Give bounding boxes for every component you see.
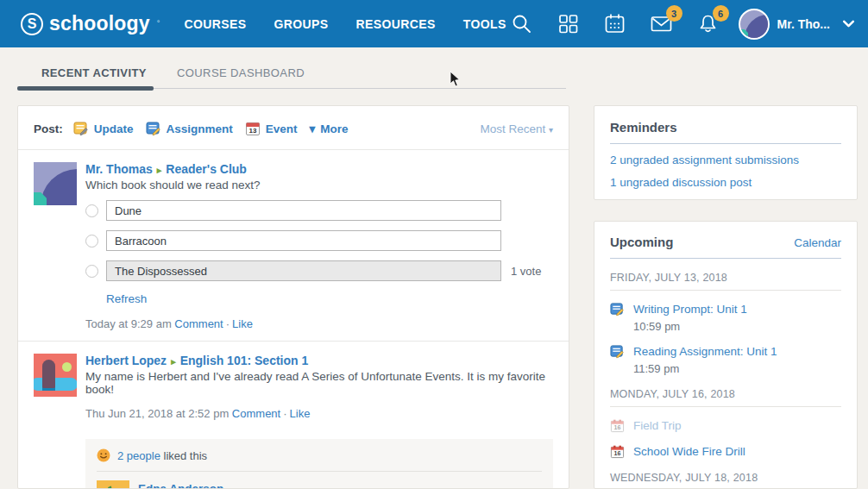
- post-more-label: More: [320, 122, 348, 135]
- poll-refresh-link[interactable]: Refresh: [106, 292, 147, 305]
- upcoming-event: Writing Prompt: Unit 1: [610, 302, 841, 317]
- post-assignment-label: Assignment: [167, 122, 233, 135]
- poll-radio[interactable]: [85, 235, 98, 248]
- upcoming-event: 16 Field Trip: [610, 418, 841, 433]
- nav-tools[interactable]: TOOLS: [463, 17, 506, 31]
- ungraded-assignments-link[interactable]: 2 ungraded assignment submissions: [610, 154, 841, 166]
- schoology-logo[interactable]: S schoology °: [21, 12, 160, 35]
- activity-tabs: RECENT ACTIVITY COURSE DASHBOARD: [17, 64, 566, 91]
- like-link[interactable]: Like: [290, 407, 311, 420]
- post-update-button[interactable]: Update: [73, 121, 134, 136]
- post-meta: Thu Jun 21, 2018 at 2:52 pm Comment·Like: [85, 407, 553, 420]
- smiley-icon: [97, 448, 110, 462]
- assignment-icon: [146, 121, 161, 136]
- post-update-label: Update: [94, 122, 134, 135]
- apps-grid-icon[interactable]: [557, 12, 580, 35]
- comment: Edna Anderson I've read it too, I LOVE I…: [97, 480, 542, 489]
- comment-link[interactable]: Comment: [174, 317, 223, 330]
- sort-dropdown[interactable]: Most Recent ▾: [480, 122, 553, 135]
- course-link[interactable]: English 101: Section 1: [180, 354, 309, 367]
- activity-feed-card: Post: Update Assignment 13 Event ▾ More …: [17, 105, 569, 489]
- poll-option-barracoon[interactable]: Barracoon: [106, 230, 501, 251]
- post-composer: Post: Update Assignment 13 Event ▾ More …: [18, 106, 569, 150]
- course-link[interactable]: Reader's Club: [166, 162, 247, 176]
- day-header: FRIDAY, JULY 13, 2018: [610, 272, 841, 284]
- primary-nav: COURSES GROUPS RESOURCES TOOLS: [184, 17, 506, 31]
- calendar-icon[interactable]: [603, 12, 626, 35]
- event-link[interactable]: School Wide Fire Drill: [633, 445, 745, 458]
- tab-recent-activity[interactable]: RECENT ACTIVITY: [41, 66, 147, 79]
- post-body-text: My name is Herbert and I've already read…: [85, 370, 553, 396]
- poll-option-dispossessed[interactable]: The Dispossessed: [106, 260, 501, 281]
- poll-radio[interactable]: [85, 204, 98, 217]
- likes-row: 2 people liked this: [97, 448, 542, 462]
- upcoming-card: Upcoming Calendar FRIDAY, JULY 13, 2018 …: [594, 221, 858, 489]
- event-link[interactable]: Writing Prompt: Unit 1: [633, 303, 747, 316]
- user-menu[interactable]: Mr. Tho...: [739, 9, 856, 40]
- divider: [610, 290, 841, 291]
- post-more-button[interactable]: ▾ More: [310, 122, 349, 135]
- active-tab-indicator: [17, 86, 154, 91]
- nav-courses[interactable]: COURSES: [184, 17, 246, 31]
- breadcrumb: Herbert Lopez▸English 101: Section 1: [85, 354, 553, 367]
- mr-thomas-avatar[interactable]: [34, 162, 77, 205]
- text-post: Herbert Lopez▸English 101: Section 1 My …: [18, 341, 569, 430]
- top-navbar: S schoology ° COURSES GROUPS RESOURCES T…: [0, 0, 868, 47]
- comments-section: 2 people liked this Edna Anderson I've r…: [85, 439, 553, 489]
- post-timestamp: Thu Jun 21, 2018 at 2:52 pm: [85, 407, 229, 420]
- poll-options: Dune Barracoon The Dispossessed 1 vote: [85, 200, 553, 281]
- event-time: 10:59 pm: [633, 320, 841, 333]
- poll-radio[interactable]: [85, 265, 98, 278]
- brand-name: schoology: [49, 12, 150, 35]
- sort-caret-icon: ▾: [549, 125, 553, 135]
- poll-option-row: The Dispossessed 1 vote: [85, 260, 553, 281]
- upcoming-title: Upcoming: [610, 235, 673, 249]
- comment-link[interactable]: Comment: [232, 407, 280, 420]
- post-label: Post:: [34, 122, 63, 135]
- divider: [610, 406, 841, 407]
- poll-option-row: Barracoon: [85, 230, 553, 251]
- nav-icon-group: 3 6: [510, 12, 720, 35]
- breadcrumb-arrow-icon: ▸: [171, 356, 176, 367]
- calendar-link[interactable]: Calendar: [794, 236, 841, 249]
- nav-groups[interactable]: GROUPS: [274, 17, 328, 31]
- search-icon[interactable]: [510, 12, 533, 35]
- calendar-date-icon: 16: [610, 418, 625, 433]
- day-header: WEDNESDAY, JULY 18, 2018: [610, 472, 841, 484]
- liked-by-link[interactable]: 2 people: [117, 449, 160, 462]
- nav-resources[interactable]: RESOURCES: [356, 17, 436, 31]
- post-event-button[interactable]: 13 Event: [245, 121, 298, 136]
- post-assignment-button[interactable]: Assignment: [146, 121, 233, 136]
- schoology-s-icon: S: [21, 13, 43, 35]
- herbert-lopez-avatar[interactable]: [34, 354, 77, 397]
- post-event-label: Event: [266, 122, 298, 135]
- edna-anderson-avatar[interactable]: [97, 480, 129, 489]
- messages-icon[interactable]: 3: [650, 12, 673, 35]
- svg-text:16: 16: [614, 424, 621, 431]
- user-avatar: [739, 9, 770, 40]
- notifications-bell-icon[interactable]: 6: [696, 12, 720, 35]
- svg-text:13: 13: [248, 127, 256, 135]
- upcoming-event: 16 School Wide Fire Drill: [610, 444, 841, 459]
- event-link[interactable]: Reading Assignment: Unit 1: [633, 345, 777, 358]
- divider: [610, 258, 841, 259]
- tab-course-dashboard[interactable]: COURSE DASHBOARD: [177, 66, 305, 79]
- poll-option-row: Dune: [85, 200, 553, 221]
- calendar-date-icon: 16: [610, 444, 625, 459]
- event-calendar-icon: 13: [245, 121, 261, 136]
- chevron-down-icon: [841, 16, 856, 31]
- post-meta: Today at 9:29 am Comment·Like: [85, 317, 553, 330]
- author-link[interactable]: Herbert Lopez: [85, 354, 167, 367]
- reminders-card: Reminders 2 ungraded assignment submissi…: [594, 105, 858, 200]
- svg-text:16: 16: [614, 450, 621, 457]
- event-link[interactable]: Field Trip: [633, 419, 682, 432]
- poll-option-dune[interactable]: Dune: [106, 200, 501, 221]
- like-link[interactable]: Like: [232, 317, 253, 330]
- vote-count: 1 vote: [511, 265, 541, 278]
- author-link[interactable]: Mr. Thomas: [85, 162, 153, 176]
- breadcrumb: Mr. Thomas▸Reader's Club: [85, 162, 553, 176]
- comment-author-link[interactable]: Edna Anderson: [138, 482, 223, 489]
- ungraded-discussion-link[interactable]: 1 ungraded discussion post: [610, 176, 841, 189]
- sort-label: Most Recent: [480, 122, 545, 135]
- event-time: 11:59 pm: [633, 362, 841, 375]
